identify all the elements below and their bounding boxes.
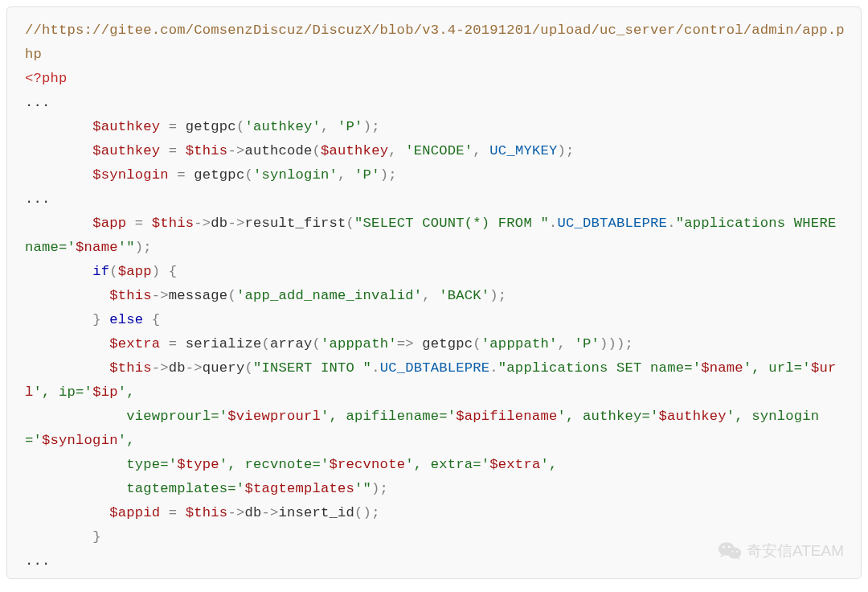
ellipsis: ... [25, 553, 51, 569]
paren: ( [313, 336, 321, 352]
var: $app [92, 216, 126, 231]
semi: ; [371, 119, 380, 134]
indent [25, 312, 92, 327]
indent [25, 288, 109, 303]
var: $recvnote [330, 457, 406, 472]
var: $app [118, 264, 152, 279]
str: ', [540, 457, 557, 472]
ellipsis: ... [25, 95, 51, 110]
prop: db [244, 505, 261, 520]
op: -> [227, 505, 244, 520]
indent [25, 505, 109, 520]
op: -> [227, 143, 244, 158]
brace: } [92, 529, 101, 545]
comma: , [557, 336, 574, 352]
paren: ( [244, 360, 253, 376]
php-close-tag: ?> [25, 578, 42, 579]
indent [25, 143, 92, 158]
op: . [667, 216, 676, 231]
var: $viewprourl [227, 409, 321, 424]
var: $ip [92, 384, 118, 400]
str: '" [118, 240, 135, 255]
paren: ( [244, 167, 253, 183]
semi: ; [625, 336, 634, 352]
op: = [160, 143, 186, 158]
fn: authcode [244, 143, 312, 158]
const: UC_MYKEY [489, 143, 557, 158]
str: ', url=' [743, 360, 811, 376]
str: "SELECT COUNT(*) FROM " [354, 216, 549, 231]
code-comment: //https://gitee.com/ComsenzDiscuz/Discuz… [25, 23, 845, 62]
op: . [371, 360, 380, 376]
indent [25, 529, 92, 545]
str: 'P' [354, 167, 380, 183]
fn: serialize [186, 336, 262, 352]
str: ', ip=' [34, 384, 93, 400]
paren: ) [557, 143, 566, 158]
code-block: //https://gitee.com/ComsenzDiscuz/Discuz… [6, 6, 862, 579]
paren: ( [261, 336, 270, 352]
op: => [397, 336, 414, 352]
comma: , [338, 167, 354, 183]
var: $authkey [92, 143, 160, 158]
var: $extra [109, 336, 160, 352]
var: $apifilename [456, 409, 557, 424]
var: $synlogin [42, 433, 118, 448]
comma: , [422, 288, 439, 303]
paren: ( [236, 119, 245, 134]
comma: , [388, 143, 405, 158]
indent [25, 167, 92, 183]
indent [25, 360, 109, 376]
var: $appid [109, 505, 160, 520]
str: 'ENCODE' [405, 143, 473, 158]
var: $authkey [321, 143, 388, 158]
op: = [126, 216, 152, 231]
var: $this [109, 360, 152, 376]
fn: getgpc [194, 167, 244, 183]
str: tagtemplates=' [25, 481, 244, 496]
str: 'authkey' [244, 119, 321, 134]
var: $this [186, 505, 228, 520]
str: "applications SET name=' [498, 360, 701, 376]
var: $tagtemplates [244, 481, 354, 496]
prop: db [211, 216, 227, 231]
semi: ; [498, 288, 507, 303]
comma: , [473, 143, 489, 158]
op: = [160, 336, 186, 352]
str: ', recvnote=' [219, 457, 330, 472]
var: $this [109, 288, 152, 303]
semi: ; [371, 505, 380, 520]
brace: { [152, 312, 161, 327]
paren: () [354, 505, 371, 520]
var: $type [177, 457, 219, 472]
brace: { [169, 264, 178, 279]
fn: insert_id [278, 505, 354, 520]
op: . [549, 216, 558, 231]
paren: ) [371, 481, 380, 496]
op: . [489, 360, 498, 376]
paren: ) [489, 288, 498, 303]
var: $name [76, 240, 118, 255]
paren: ( [473, 336, 481, 352]
str: 'apppath' [481, 336, 558, 352]
op: -> [194, 216, 211, 231]
op: = [160, 505, 186, 520]
str: '" [354, 481, 371, 496]
var: $authkey [659, 409, 727, 424]
semi: ; [143, 240, 152, 255]
str: viewprourl=' [25, 409, 227, 424]
indent [25, 119, 92, 134]
str: ', apifilename=' [321, 409, 456, 424]
str: 'P' [575, 336, 600, 352]
paren: ( [109, 264, 118, 279]
indent [25, 216, 92, 231]
const: UC_DBTABLEPRE [557, 216, 667, 231]
paren: ( [313, 143, 321, 158]
kw: else [109, 312, 143, 327]
str: ', [118, 384, 135, 400]
ellipsis: ... [25, 191, 51, 207]
var: $extra [489, 457, 540, 472]
var: $name [701, 360, 743, 376]
str: ', extra=' [405, 457, 489, 472]
str: 'P' [338, 119, 363, 134]
